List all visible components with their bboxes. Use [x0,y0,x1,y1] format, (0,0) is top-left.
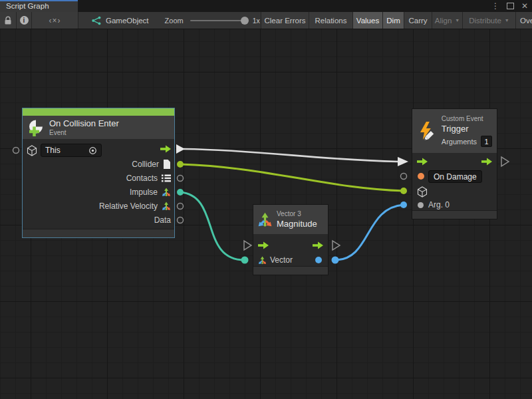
lock-icon [4,16,12,25]
port-label: Collider [132,160,159,169]
arguments-label: Arguments [442,138,477,146]
port-row-relative-velocity[interactable]: Relative Velocity [99,200,171,213]
flow-in-arrow-icon[interactable] [417,158,428,166]
port-row-event-name: On Damage [418,170,482,183]
overview-button[interactable]: Overview [516,12,532,29]
target-object-field[interactable]: This [41,144,102,157]
port-label: Data [154,215,171,225]
flow-out-arrow-icon[interactable] [160,145,171,153]
window-tab-bar: Script Graph ⋮ ✕ [0,0,532,12]
code-icon: ‹×› [49,16,61,25]
port-label: Arg. 0 [428,200,450,209]
target-object-value: This [45,146,61,155]
node-trigger-custom-event[interactable]: Custom Event Trigger Arguments 1 On Dama… [412,108,497,219]
port-label: Relative Velocity [99,201,158,211]
relations-button[interactable]: Relations [309,12,353,29]
vector3-icon [257,212,273,227]
port-row-contacts[interactable]: Contacts [126,172,171,185]
node-footer [23,229,174,237]
window-maximize-icon[interactable] [507,3,514,9]
graph-breadcrumb: GameObject Zoom 1x [78,12,261,29]
vector3-type-icon [162,188,171,197]
node-header: Vector 3 Magnitude [253,205,328,234]
port-label: Impulse [130,188,158,197]
port-row-arg0[interactable]: Arg. 0 [418,198,450,211]
graph-toolbar: i ‹×› GameObject Zoom 1x Clear Errors Re… [0,12,532,29]
event-name-field[interactable]: On Damage [428,170,482,183]
object-type-dot [418,202,424,208]
port-row-collider[interactable]: Collider [132,158,171,171]
distribute-dropdown[interactable]: Distribute ▼ [463,12,516,29]
tab-title: Script Graph [6,2,49,10]
event-accent-strip [23,108,174,116]
align-dropdown[interactable]: Align ▼ [432,12,463,29]
zoom-label: Zoom [165,17,184,25]
node-header: On Collision Enter Event [23,116,174,139]
window-controls: ⋮ ✕ [491,0,528,12]
collider-doc-icon [163,160,171,169]
node-header: Custom Event Trigger Arguments 1 [412,109,497,153]
port-label: Vector [270,255,293,265]
info-button[interactable]: i [17,12,32,29]
chevron-down-icon: ▼ [505,18,509,23]
zoom-value: 1x [253,17,260,25]
node-body: This Collider Contacts [23,139,174,229]
flow-out-arrow-icon[interactable] [313,241,323,249]
port-label: Contacts [126,174,158,183]
script-graph-icon [92,16,101,25]
node-on-collision-enter[interactable]: On Collision Enter Event This Collider [22,108,175,238]
clear-errors-button[interactable]: Clear Errors [261,12,309,29]
flow-in-arrow-icon[interactable] [258,241,269,249]
dim-toggle[interactable]: Dim [383,12,404,29]
node-subtitle: Event [49,129,119,137]
node-body: On Damage Arg. 0 [412,153,497,211]
node-category-label: Custom Event [442,115,492,123]
zoom-slider-thumb[interactable] [241,17,249,25]
node-title: Magnitude [277,219,317,229]
values-toggle[interactable]: Values [353,12,383,29]
gameobject-cube-icon [417,186,428,198]
custom-event-icon [417,121,437,141]
flow-out-arrow-icon[interactable] [481,158,492,166]
node-title: Trigger [442,124,492,134]
node-title: On Collision Enter [49,118,119,128]
zoom-slider[interactable] [190,20,246,21]
port-row-impulse[interactable]: Impulse [130,186,171,199]
target-row: This [27,144,102,157]
list-icon [162,174,171,182]
info-icon: i [20,16,29,25]
chevron-down-icon: ▼ [455,18,460,23]
node-vector3-magnitude[interactable]: Vector 3 Magnitude Vector [253,204,329,275]
carry-toggle[interactable]: Carry [404,12,432,29]
code-preview-button[interactable]: ‹×› [32,12,78,29]
node-body: Vector [253,234,328,266]
port-row-vector-input[interactable]: Vector [258,253,293,267]
graph-owner-label[interactable]: GameObject [106,17,149,25]
vector3-type-icon [258,256,267,265]
arguments-count-field[interactable]: 1 [481,136,492,147]
distribute-label: Distribute [469,17,501,25]
on-collision-enter-icon [27,119,45,136]
port-row-target[interactable] [417,185,428,198]
tab-script-graph[interactable]: Script Graph [0,0,78,12]
node-type-label: Vector 3 [277,210,317,218]
window-close-icon[interactable]: ✕ [521,1,528,11]
string-type-dot[interactable] [418,173,424,180]
float-output-dot[interactable] [315,257,322,263]
align-label: Align [435,17,452,25]
object-picker-icon[interactable] [88,146,97,155]
window-menu-icon[interactable]: ⋮ [491,1,499,11]
node-footer [253,266,328,275]
gameobject-cube-icon [27,145,37,156]
port-row-data[interactable]: Data [154,213,171,227]
vector3-type-icon [162,201,171,211]
node-footer [412,210,497,219]
lock-button[interactable] [0,12,17,29]
